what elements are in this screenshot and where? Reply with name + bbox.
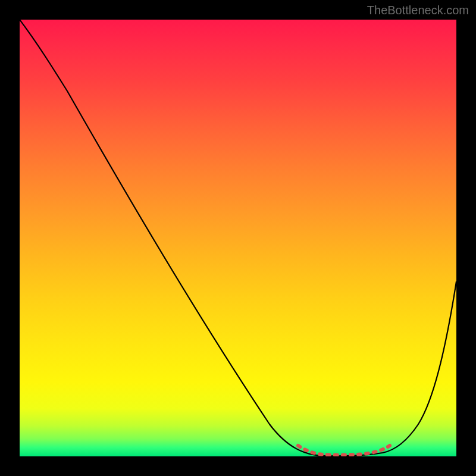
plot-area	[20, 20, 456, 456]
curve-svg	[20, 20, 456, 456]
bottleneck-curve-path	[20, 20, 456, 456]
watermark-text: TheBottleneck.com	[367, 4, 469, 17]
